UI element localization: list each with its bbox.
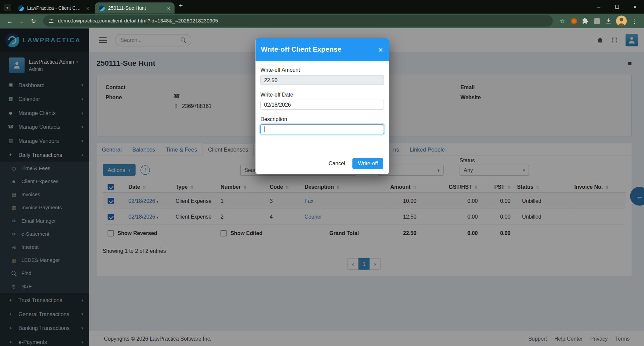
page-viewport: LAWPRACTICA LawPractica Admin▾ Admin ▣Da… bbox=[0, 28, 644, 346]
close-window-button[interactable]: × bbox=[626, 4, 644, 10]
tab-search-icon[interactable]: ▾ bbox=[4, 4, 11, 11]
site-favicon-icon bbox=[18, 5, 24, 11]
modal-footer: Cancel Write-off bbox=[255, 134, 389, 174]
browser-tab-client-centre[interactable]: LawPractica - Client Centre × bbox=[14, 2, 94, 13]
url-text: demo.lawpractica.com/client-detail.html?… bbox=[58, 18, 218, 24]
site-favicon-icon bbox=[99, 5, 105, 11]
bookmark-star-icon[interactable]: ☆ bbox=[557, 17, 568, 24]
maximize-button[interactable] bbox=[608, 4, 626, 10]
writeoff-date-label: Write-off Date bbox=[260, 92, 384, 98]
chevron-down-icon: ▾ bbox=[6, 5, 8, 9]
modal-header: Write-off Client Expense × bbox=[255, 38, 389, 61]
screen: ▾ LawPractica - Client Centre × 250111-S… bbox=[0, 0, 644, 346]
window-controls: – × bbox=[590, 0, 644, 13]
maximize-icon bbox=[615, 5, 619, 9]
new-tab-button[interactable]: + bbox=[179, 2, 183, 10]
back-button[interactable]: ← bbox=[4, 17, 15, 24]
writeoff-date-input[interactable] bbox=[260, 100, 384, 109]
tab-close-icon[interactable]: × bbox=[86, 5, 90, 11]
browser-menu-icon[interactable]: ⋮ bbox=[629, 17, 640, 24]
address-bar[interactable]: demo.lawpractica.com/client-detail.html?… bbox=[43, 15, 553, 26]
site-info-icon[interactable] bbox=[48, 18, 54, 24]
write-off-modal: Write-off Client Expense × Write-off Amo… bbox=[255, 38, 389, 174]
extension-orange-icon[interactable] bbox=[568, 18, 579, 24]
orange-dot-icon bbox=[571, 18, 577, 24]
extension-grey-icon[interactable] bbox=[591, 18, 602, 24]
modal-title: Write-off Client Expense bbox=[261, 46, 341, 54]
browser-profile-avatar[interactable] bbox=[616, 16, 627, 26]
description-label: Description bbox=[260, 116, 384, 122]
cancel-button[interactable]: Cancel bbox=[325, 159, 349, 169]
extensions-puzzle-icon[interactable] bbox=[580, 18, 591, 24]
description-input[interactable] bbox=[260, 124, 384, 134]
write-off-button[interactable]: Write-off bbox=[353, 158, 383, 169]
writeoff-amount-input[interactable] bbox=[260, 75, 384, 85]
writeoff-amount-label: Write-off Amount bbox=[260, 67, 384, 73]
tab-close-icon[interactable]: × bbox=[167, 5, 170, 11]
browser-toolbar: ← → ↻ demo.lawpractica.com/client-detail… bbox=[0, 13, 644, 28]
browser-tab-bar: ▾ LawPractica - Client Centre × 250111-S… bbox=[0, 0, 644, 13]
text-caret bbox=[264, 126, 264, 132]
tab-title: 250111-Sue Hunt bbox=[108, 5, 164, 11]
tab-title: LawPractica - Client Centre bbox=[27, 5, 83, 11]
downloads-icon[interactable] bbox=[603, 17, 614, 24]
forward-button[interactable]: → bbox=[16, 17, 27, 24]
browser-tab-sue-hunt[interactable]: 250111-Sue Hunt × bbox=[95, 2, 175, 13]
modal-close-icon[interactable]: × bbox=[378, 46, 383, 53]
minimize-button[interactable]: – bbox=[590, 4, 608, 10]
grey-square-icon bbox=[594, 18, 600, 24]
refresh-button[interactable]: ↻ bbox=[28, 17, 39, 24]
